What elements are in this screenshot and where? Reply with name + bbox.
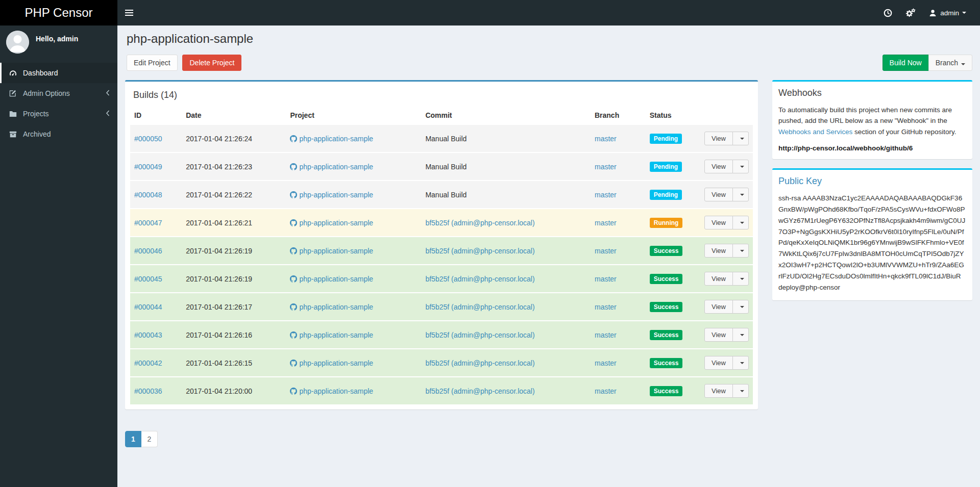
view-dropdown-button[interactable]: [732, 328, 749, 342]
project-link[interactable]: php-application-sample: [290, 219, 373, 227]
branch-link[interactable]: master: [595, 135, 617, 143]
folder-icon: [9, 111, 19, 117]
project-link[interactable]: php-application-sample: [290, 331, 373, 339]
branch-dropdown-button[interactable]: Branch: [928, 55, 972, 71]
commit-link[interactable]: bf5b25f (admin@php-censor.local): [425, 247, 534, 255]
build-id-link[interactable]: #000045: [134, 275, 162, 283]
chevron-left-icon: [106, 89, 110, 97]
view-button[interactable]: View: [704, 328, 733, 342]
app-logo[interactable]: PHP Censor: [0, 0, 117, 25]
public-key-panel-title: Public Key: [778, 176, 966, 187]
commit-link[interactable]: bf5b25f (admin@php-censor.local): [425, 219, 534, 227]
build-timeline-button[interactable]: [877, 0, 899, 25]
commit-link[interactable]: bf5b25f (admin@php-censor.local): [425, 359, 534, 367]
project-link[interactable]: php-application-sample: [290, 163, 373, 171]
project-link[interactable]: php-application-sample: [290, 275, 373, 283]
commit-link[interactable]: bf5b25f (admin@php-censor.local): [425, 275, 534, 283]
branch-link[interactable]: master: [595, 191, 617, 199]
build-id-link[interactable]: #000044: [134, 303, 162, 311]
project-link[interactable]: php-application-sample: [290, 359, 373, 367]
public-key-panel: Public Key ssh-rsa AAAAB3NzaC1yc2EAAAADA…: [772, 168, 972, 300]
sidebar-item-projects[interactable]: Projects: [0, 104, 117, 124]
view-button[interactable]: View: [704, 272, 733, 286]
settings-button[interactable]: [899, 0, 922, 25]
view-button[interactable]: View: [704, 160, 733, 173]
view-button[interactable]: View: [704, 244, 733, 258]
build-id-link[interactable]: #000049: [134, 163, 162, 171]
page-button-1[interactable]: 1: [125, 431, 141, 447]
sidebar-toggle-button[interactable]: [117, 0, 141, 25]
status-badge: Success: [650, 302, 683, 312]
right-column: Webhooks To automatically build this pro…: [772, 80, 972, 300]
sidebar: Hello, admin Dashboard Admin Options Pro…: [0, 25, 117, 487]
view-dropdown-button[interactable]: [732, 356, 749, 370]
view-button[interactable]: View: [704, 132, 733, 145]
view-dropdown-button[interactable]: [732, 160, 749, 173]
project-link[interactable]: php-application-sample: [290, 387, 373, 395]
commit-link[interactable]: bf5b25f (admin@php-censor.local): [425, 303, 534, 311]
branch-link[interactable]: master: [595, 247, 617, 255]
branch-link[interactable]: master: [595, 359, 617, 367]
build-now-button[interactable]: Build Now: [883, 55, 929, 71]
github-icon: [290, 275, 297, 283]
branch-link[interactable]: master: [595, 387, 617, 395]
branch-link[interactable]: master: [595, 331, 617, 339]
branch-link[interactable]: master: [595, 163, 617, 171]
view-dropdown-button[interactable]: [732, 188, 749, 201]
sidebar-item-label: Dashboard: [23, 69, 110, 77]
view-dropdown-button[interactable]: [732, 216, 749, 229]
user-greeting: Hello, admin: [36, 35, 78, 54]
sidebar-item-dashboard[interactable]: Dashboard: [0, 63, 117, 83]
topbar: PHP Censor: [0, 0, 980, 25]
commit-link[interactable]: bf5b25f (admin@php-censor.local): [425, 387, 534, 395]
build-id-link[interactable]: #000047: [134, 219, 162, 227]
project-link[interactable]: php-application-sample: [290, 135, 373, 143]
table-row: #000043 2017-01-04 21:26:16 php-applicat…: [130, 321, 753, 349]
status-badge: Pending: [650, 162, 682, 172]
caret-down-icon: [740, 362, 744, 364]
view-dropdown-button[interactable]: [732, 384, 749, 398]
build-date: 2017-01-04 21:26:19: [186, 275, 252, 283]
webhooks-and-services-link[interactable]: Webhooks and Services: [778, 128, 852, 136]
view-button[interactable]: View: [704, 300, 733, 314]
commit-link[interactable]: bf5b25f (admin@php-censor.local): [425, 331, 534, 339]
project-link[interactable]: php-application-sample: [290, 191, 373, 199]
sidebar-item-archived[interactable]: Archived: [0, 124, 117, 144]
view-button[interactable]: View: [704, 384, 733, 398]
status-badge: Success: [650, 330, 683, 340]
view-button[interactable]: View: [704, 188, 733, 201]
view-dropdown-button[interactable]: [732, 132, 749, 145]
edit-project-button[interactable]: Edit Project: [127, 55, 178, 71]
build-id-link[interactable]: #000050: [134, 135, 162, 143]
build-actions-group: Build Now Branch: [883, 55, 972, 71]
view-button[interactable]: View: [704, 216, 733, 229]
build-id-link[interactable]: #000048: [134, 191, 162, 199]
caret-down-icon: [740, 138, 744, 140]
build-id-link[interactable]: #000036: [134, 387, 162, 395]
project-link[interactable]: php-application-sample: [290, 247, 373, 255]
build-id-link[interactable]: #000043: [134, 331, 162, 339]
build-id-link[interactable]: #000042: [134, 359, 162, 367]
status-badge: Pending: [650, 134, 682, 144]
view-dropdown-button[interactable]: [732, 244, 749, 258]
user-menu[interactable]: admin: [922, 0, 973, 25]
branch-link[interactable]: master: [595, 275, 617, 283]
view-dropdown-button[interactable]: [732, 300, 749, 314]
public-key-value: ssh-rsa AAAAB3NzaC1yc2EAAAADAQABAAABAQDG…: [778, 193, 966, 293]
delete-project-button[interactable]: Delete Project: [182, 55, 241, 71]
user-panel: Hello, admin: [0, 25, 117, 59]
view-dropdown-button[interactable]: [732, 272, 749, 286]
build-date: 2017-01-04 21:26:17: [186, 303, 252, 311]
sidebar-item-label: Admin Options: [23, 89, 106, 97]
content: php-application-sample Edit Project Dele…: [117, 25, 980, 487]
branch-link[interactable]: master: [595, 303, 617, 311]
build-id-link[interactable]: #000046: [134, 247, 162, 255]
view-button[interactable]: View: [704, 356, 733, 370]
page-button-2[interactable]: 2: [141, 431, 158, 447]
project-link[interactable]: php-application-sample: [290, 303, 373, 311]
view-button-group: View: [704, 160, 749, 173]
sidebar-item-admin-options[interactable]: Admin Options: [0, 83, 117, 104]
caret-down-icon: [740, 334, 744, 336]
branch-link[interactable]: master: [595, 219, 617, 227]
build-date: 2017-01-04 21:26:21: [186, 219, 252, 227]
